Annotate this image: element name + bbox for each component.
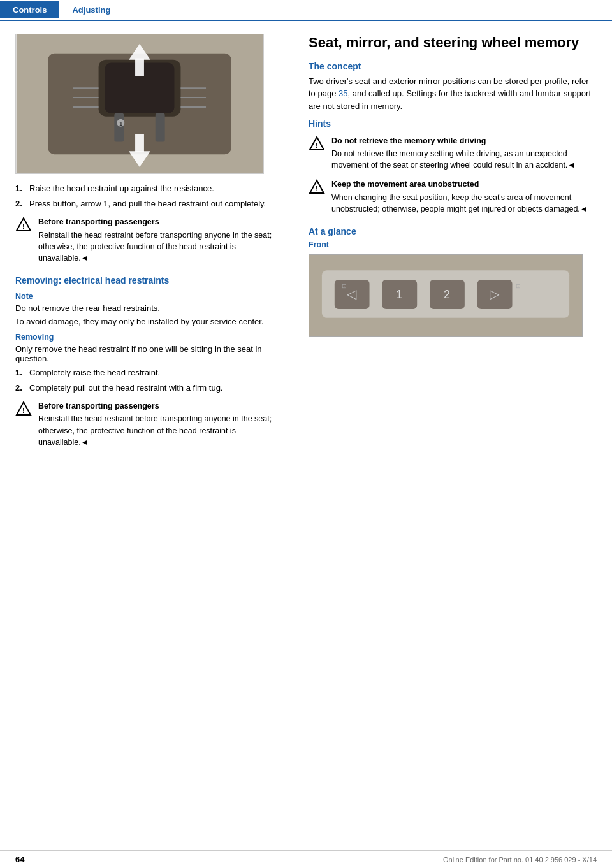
at-glance-title: At a glance [309,226,597,236]
page-ref-link[interactable]: 35 [339,89,347,98]
step-2: 2. Press button, arrow 1, and pull the h… [15,198,277,210]
svg-text:!: ! [316,141,318,149]
warning-icon-3: ! [309,136,328,171]
right-column: Seat, mirror, and steering wheel memory … [293,21,612,467]
left-column: 1 1. Raise the head restraint up against… [0,21,293,467]
front-title: Front [309,240,597,249]
step-elec-2: 2. Completely pull out the head restrain… [15,382,277,394]
svg-text:◁: ◁ [347,287,357,301]
section-electrical-title: Removing: electrical head restraints [15,275,277,286]
step-1: 1. Raise the head restraint up against t… [15,183,277,194]
page-heading: Seat, mirror, and steering wheel memory [309,34,597,52]
hint-block-1: ! Do not retrieve the memory while drivi… [309,134,597,172]
concept-title: The concept [309,61,597,71]
warning-block-1: ! Before transporting passengers Reinsta… [15,215,277,265]
svg-text:2: 2 [444,288,450,301]
concept-text: Two driver's seat and exterior mirror po… [309,75,597,113]
removing-title: Removing [15,333,277,342]
warning-icon-4: ! [309,179,328,214]
page-header: Controls Adjusting [0,0,612,20]
note-text-1: Do not remove the rear head restraints. [15,303,277,313]
page-footer: 64 Online Edition for Part no. 01 40 2 9… [0,850,612,868]
copyright-text: Online Edition for Part no. 01 40 2 956 … [443,856,597,864]
svg-text:⊡: ⊡ [342,283,347,289]
removing-text: Only remove the head restraint if no one… [15,344,277,363]
svg-text:!: ! [22,222,25,230]
svg-rect-5 [156,113,165,142]
tab-adjusting[interactable]: Adjusting [59,1,123,18]
note-title: Note [15,292,277,301]
svg-text:1: 1 [119,120,122,127]
hint-block-2: ! Keep the movement area unobstructed Wh… [309,177,597,215]
svg-text:⊡: ⊡ [516,283,521,289]
hints-title: Hints [309,119,597,129]
warning-block-2: ! Before transporting passengers Reinsta… [15,399,277,449]
memory-buttons-image: ◁ 1 2 ▷ ⊡ ⊡ [309,254,583,337]
note-text-2: To avoid damage, they may only be instal… [15,317,277,326]
svg-text:!: ! [22,407,25,414]
warning-icon-2: ! [15,401,34,448]
head-restraint-image: 1 [15,34,264,174]
svg-rect-7 [135,59,144,76]
svg-text:1: 1 [396,288,402,301]
svg-text:!: ! [316,185,318,192]
tab-controls[interactable]: Controls [0,1,59,18]
step-elec-1: 1. Completely raise the head restraint. [15,367,277,379]
svg-text:▷: ▷ [490,287,500,301]
svg-rect-4 [114,113,124,142]
warning-icon-1: ! [15,217,34,264]
page-number: 64 [15,855,24,864]
main-content: 1 1. Raise the head restraint up against… [0,21,612,467]
svg-rect-9 [135,134,144,152]
